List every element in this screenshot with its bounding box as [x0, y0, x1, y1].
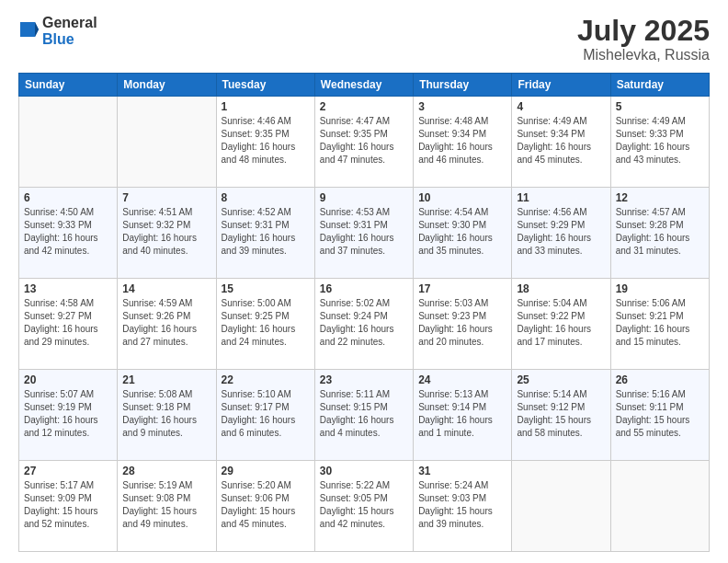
day-number: 6	[24, 191, 112, 204]
calendar-row-3: 20Sunrise: 5:07 AM Sunset: 9:19 PM Dayli…	[19, 370, 710, 461]
calendar-cell: 12Sunrise: 4:57 AM Sunset: 9:28 PM Dayli…	[610, 188, 709, 279]
page: General Blue July 2025 Mishelevka, Russi…	[0, 0, 728, 563]
calendar-cell: 11Sunrise: 4:56 AM Sunset: 9:29 PM Dayli…	[512, 188, 610, 279]
day-number: 5	[616, 100, 704, 113]
header: General Blue July 2025 Mishelevka, Russi…	[18, 15, 710, 63]
day-info: Sunrise: 4:58 AM Sunset: 9:27 PM Dayligh…	[24, 297, 112, 349]
day-info: Sunrise: 5:08 AM Sunset: 9:18 PM Dayligh…	[122, 388, 210, 440]
day-info: Sunrise: 5:06 AM Sunset: 9:21 PM Dayligh…	[616, 297, 704, 349]
day-number: 31	[418, 465, 506, 477]
calendar-cell: 5Sunrise: 4:49 AM Sunset: 9:33 PM Daylig…	[610, 97, 709, 188]
calendar-cell: 28Sunrise: 5:19 AM Sunset: 9:08 PM Dayli…	[118, 461, 216, 552]
day-number: 15	[222, 282, 310, 295]
calendar-cell: 18Sunrise: 5:04 AM Sunset: 9:22 PM Dayli…	[512, 279, 610, 370]
calendar-cell	[19, 97, 118, 188]
logo-icon	[18, 17, 39, 46]
logo-text: General Blue	[42, 15, 97, 47]
calendar-header-tuesday: Tuesday	[216, 74, 314, 97]
day-number: 24	[418, 373, 506, 386]
calendar-cell	[512, 461, 610, 552]
calendar-cell: 24Sunrise: 5:13 AM Sunset: 9:14 PM Dayli…	[414, 370, 512, 461]
logo-blue-text: Blue	[42, 31, 97, 48]
day-info: Sunrise: 4:49 AM Sunset: 9:34 PM Dayligh…	[517, 115, 605, 167]
calendar-cell: 7Sunrise: 4:51 AM Sunset: 9:32 PM Daylig…	[118, 188, 216, 279]
calendar-row-1: 6Sunrise: 4:50 AM Sunset: 9:33 PM Daylig…	[19, 188, 710, 279]
day-number: 13	[24, 282, 112, 295]
day-info: Sunrise: 5:04 AM Sunset: 9:22 PM Dayligh…	[517, 297, 605, 349]
calendar-cell	[118, 97, 216, 188]
day-number: 29	[222, 465, 310, 477]
day-info: Sunrise: 5:19 AM Sunset: 9:08 PM Dayligh…	[122, 479, 210, 531]
day-info: Sunrise: 5:24 AM Sunset: 9:03 PM Dayligh…	[418, 479, 506, 531]
calendar-header-row: SundayMondayTuesdayWednesdayThursdayFrid…	[19, 74, 710, 97]
day-number: 12	[616, 191, 704, 204]
calendar-cell: 8Sunrise: 4:52 AM Sunset: 9:31 PM Daylig…	[216, 188, 314, 279]
calendar-cell: 1Sunrise: 4:46 AM Sunset: 9:35 PM Daylig…	[216, 97, 314, 188]
calendar-header-wednesday: Wednesday	[314, 74, 413, 97]
day-number: 25	[517, 373, 605, 386]
day-info: Sunrise: 5:17 AM Sunset: 9:09 PM Dayligh…	[24, 479, 112, 531]
day-number: 17	[418, 282, 506, 295]
day-info: Sunrise: 4:54 AM Sunset: 9:30 PM Dayligh…	[418, 206, 506, 258]
svg-rect-2	[20, 22, 24, 37]
day-info: Sunrise: 4:50 AM Sunset: 9:33 PM Dayligh…	[24, 206, 112, 258]
calendar-table: SundayMondayTuesdayWednesdayThursdayFrid…	[18, 73, 710, 552]
calendar-cell: 17Sunrise: 5:03 AM Sunset: 9:23 PM Dayli…	[414, 279, 512, 370]
calendar-header-saturday: Saturday	[610, 74, 709, 97]
calendar-cell: 25Sunrise: 5:14 AM Sunset: 9:12 PM Dayli…	[512, 370, 610, 461]
day-info: Sunrise: 5:11 AM Sunset: 9:15 PM Dayligh…	[320, 388, 408, 440]
day-info: Sunrise: 5:02 AM Sunset: 9:24 PM Dayligh…	[320, 297, 408, 349]
calendar-cell: 19Sunrise: 5:06 AM Sunset: 9:21 PM Dayli…	[610, 279, 709, 370]
day-number: 21	[122, 373, 210, 386]
title-block: July 2025 Mishelevka, Russia	[577, 15, 710, 63]
calendar-cell: 14Sunrise: 4:59 AM Sunset: 9:26 PM Dayli…	[118, 279, 216, 370]
day-info: Sunrise: 5:00 AM Sunset: 9:25 PM Dayligh…	[222, 297, 310, 349]
day-info: Sunrise: 4:52 AM Sunset: 9:31 PM Dayligh…	[222, 206, 310, 258]
day-number: 10	[418, 191, 506, 204]
calendar-cell: 26Sunrise: 5:16 AM Sunset: 9:11 PM Dayli…	[610, 370, 709, 461]
day-info: Sunrise: 4:46 AM Sunset: 9:35 PM Dayligh…	[222, 115, 310, 167]
calendar-cell: 21Sunrise: 5:08 AM Sunset: 9:18 PM Dayli…	[118, 370, 216, 461]
day-number: 23	[320, 373, 408, 386]
day-info: Sunrise: 4:57 AM Sunset: 9:28 PM Dayligh…	[616, 206, 704, 258]
main-title: July 2025	[577, 15, 710, 47]
day-info: Sunrise: 5:10 AM Sunset: 9:17 PM Dayligh…	[222, 388, 310, 440]
day-info: Sunrise: 4:48 AM Sunset: 9:34 PM Dayligh…	[418, 115, 506, 167]
calendar-header-sunday: Sunday	[19, 74, 118, 97]
calendar-cell: 27Sunrise: 5:17 AM Sunset: 9:09 PM Dayli…	[19, 461, 118, 552]
calendar-cell: 22Sunrise: 5:10 AM Sunset: 9:17 PM Dayli…	[216, 370, 314, 461]
day-number: 18	[517, 282, 605, 295]
day-number: 20	[24, 373, 112, 386]
day-number: 2	[320, 100, 408, 113]
svg-marker-1	[35, 22, 39, 37]
calendar-row-4: 27Sunrise: 5:17 AM Sunset: 9:09 PM Dayli…	[19, 461, 710, 552]
calendar-header-thursday: Thursday	[414, 74, 512, 97]
day-info: Sunrise: 4:59 AM Sunset: 9:26 PM Dayligh…	[122, 297, 210, 349]
day-number: 19	[616, 282, 704, 295]
calendar-cell: 3Sunrise: 4:48 AM Sunset: 9:34 PM Daylig…	[414, 97, 512, 188]
calendar-cell: 13Sunrise: 4:58 AM Sunset: 9:27 PM Dayli…	[19, 279, 118, 370]
day-number: 1	[222, 100, 310, 113]
calendar-cell: 10Sunrise: 4:54 AM Sunset: 9:30 PM Dayli…	[414, 188, 512, 279]
day-info: Sunrise: 5:14 AM Sunset: 9:12 PM Dayligh…	[517, 388, 605, 440]
day-info: Sunrise: 5:22 AM Sunset: 9:05 PM Dayligh…	[320, 479, 408, 531]
calendar-row-0: 1Sunrise: 4:46 AM Sunset: 9:35 PM Daylig…	[19, 97, 710, 188]
day-info: Sunrise: 4:53 AM Sunset: 9:31 PM Dayligh…	[320, 206, 408, 258]
day-number: 4	[517, 100, 605, 113]
day-number: 30	[320, 465, 408, 477]
day-info: Sunrise: 4:49 AM Sunset: 9:33 PM Dayligh…	[616, 115, 704, 167]
subtitle: Mishelevka, Russia	[577, 47, 710, 63]
day-info: Sunrise: 5:13 AM Sunset: 9:14 PM Dayligh…	[418, 388, 506, 440]
day-number: 14	[122, 282, 210, 295]
day-info: Sunrise: 4:56 AM Sunset: 9:29 PM Dayligh…	[517, 206, 605, 258]
day-info: Sunrise: 5:07 AM Sunset: 9:19 PM Dayligh…	[24, 388, 112, 440]
calendar-cell: 15Sunrise: 5:00 AM Sunset: 9:25 PM Dayli…	[216, 279, 314, 370]
calendar-header-monday: Monday	[118, 74, 216, 97]
calendar-cell: 20Sunrise: 5:07 AM Sunset: 9:19 PM Dayli…	[19, 370, 118, 461]
calendar-cell: 30Sunrise: 5:22 AM Sunset: 9:05 PM Dayli…	[314, 461, 413, 552]
day-info: Sunrise: 4:51 AM Sunset: 9:32 PM Dayligh…	[122, 206, 210, 258]
calendar-cell: 16Sunrise: 5:02 AM Sunset: 9:24 PM Dayli…	[314, 279, 413, 370]
calendar-cell: 2Sunrise: 4:47 AM Sunset: 9:35 PM Daylig…	[314, 97, 413, 188]
day-number: 28	[122, 465, 210, 477]
day-number: 9	[320, 191, 408, 204]
